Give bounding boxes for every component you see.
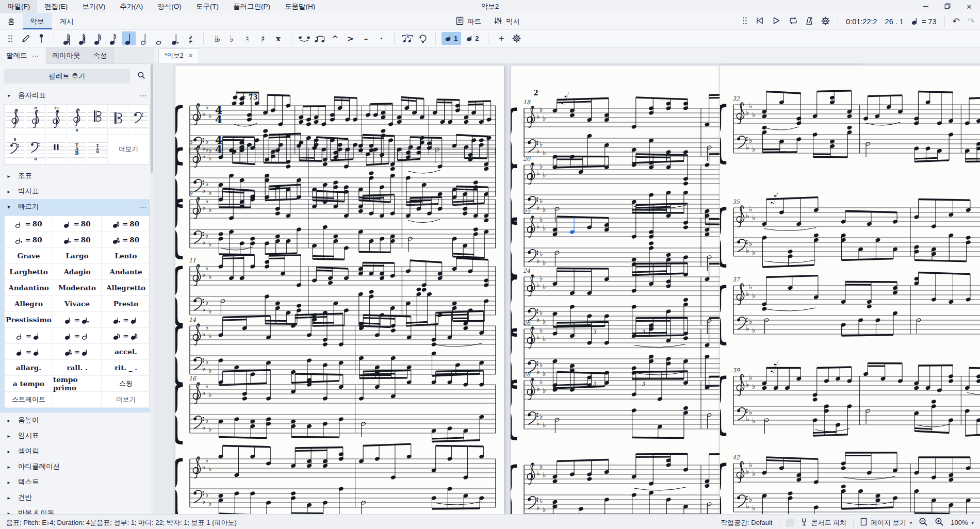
redo-button[interactable]: ↷ xyxy=(968,16,975,27)
tab-properties[interactable]: 속성 xyxy=(87,47,114,63)
tempo-item-Allegretto[interactable]: Allegretto xyxy=(102,280,150,296)
clef-item-treble[interactable] xyxy=(5,105,25,135)
double-flat-button[interactable]: ♭♭ xyxy=(209,31,223,45)
playback-tempo[interactable]: = 73 xyxy=(911,16,937,26)
duration-64th-button[interactable] xyxy=(60,31,74,45)
tempo-item-quarter-eq-80[interactable]: =80 xyxy=(53,216,102,232)
loop-playback-button[interactable] xyxy=(788,16,797,26)
clef-item-treble8down[interactable]: 8 xyxy=(67,105,87,135)
palette-section-articulations[interactable]: ▸ 아티큘레이션 xyxy=(0,459,154,474)
slur-button[interactable] xyxy=(313,31,326,45)
menu-add[interactable]: 추가(A) xyxy=(112,0,150,13)
duration-32nd-button[interactable] xyxy=(75,31,89,45)
minimize-button[interactable] xyxy=(915,0,937,13)
metronome-button[interactable] xyxy=(805,16,813,27)
duration-whole-button[interactable] xyxy=(153,31,167,45)
section-menu-icon[interactable]: ⋯ xyxy=(140,203,148,211)
tempo-item-스윙[interactable]: 스윙 xyxy=(102,376,150,392)
menu-edit[interactable]: 편집(E) xyxy=(37,0,75,13)
panel-menu-icon[interactable]: ⋯ xyxy=(32,52,40,60)
augmentation-dot-button[interactable] xyxy=(168,31,182,45)
scrollbar-thumb[interactable] xyxy=(151,64,153,173)
flat-button[interactable]: ♭ xyxy=(225,31,239,45)
tempo-item-eighth.-eq-quarter[interactable]: = xyxy=(53,344,102,360)
tie-button[interactable] xyxy=(297,31,311,45)
tempo-item-Grave[interactable]: Grave xyxy=(5,248,53,264)
clef-item-bass8down[interactable]: 8 xyxy=(25,135,46,164)
tempo-item-eighth-eq-80[interactable]: =80 xyxy=(102,216,150,232)
tempo-item-Largo[interactable]: Largo xyxy=(53,248,102,264)
double-sharp-button[interactable]: x xyxy=(271,31,285,45)
parts-button[interactable]: 파트 xyxy=(456,16,481,27)
palette-section-keyboard[interactable]: ▸ 건반 xyxy=(0,490,154,505)
duration-quarter-button[interactable] xyxy=(122,31,136,45)
clef-item-tab[interactable]: TAB xyxy=(67,135,87,164)
voice-2-button[interactable]: 2 xyxy=(463,32,482,45)
tempo-item-rit. _ .[interactable]: rit. _ . xyxy=(102,360,150,376)
tempo-item-Prestissimo[interactable]: Prestissimo xyxy=(5,312,53,328)
score-page-1[interactable]: {♭♭♭♭♭♭4444= 73{♭♭♭♭♭♭5{♭♭♭♭♭♭8{♭♭♭♭♭♭11… xyxy=(175,65,504,514)
midi-indicator[interactable] xyxy=(786,519,794,527)
tempo-item-quarter.-eq-quarter[interactable]: = xyxy=(102,312,150,328)
tempo-item-quarter-eq-quarter[interactable]: = xyxy=(5,344,53,360)
note-input-button[interactable] xyxy=(19,31,32,45)
rewind-button[interactable] xyxy=(755,16,764,26)
palette-section-key-signatures[interactable]: ▸ 조표 xyxy=(0,168,154,184)
tempo-item-Andante[interactable]: Andante xyxy=(102,264,150,280)
palette-section-clefs[interactable]: ▾ 음자리표 ⋯ xyxy=(0,88,154,103)
sharp-button[interactable]: ♯ xyxy=(256,31,270,45)
clef-item-perc[interactable] xyxy=(46,135,67,164)
zoom-level-select[interactable]: 100% ▾ xyxy=(951,519,974,526)
tab-home[interactable]: 홈 xyxy=(0,13,23,29)
tempo-item-Lento[interactable]: Lento xyxy=(102,248,150,264)
clef-item-tenor[interactable] xyxy=(108,105,128,135)
tempo-item-a tempo[interactable]: a tempo xyxy=(5,376,53,392)
tempo-item-half.-eq-80[interactable]: =80 xyxy=(5,232,53,248)
accent-button[interactable]: > xyxy=(344,31,357,45)
tempo-item-empty[interactable] xyxy=(53,392,102,408)
restore-button[interactable] xyxy=(937,0,958,13)
close-button[interactable]: ✕ xyxy=(958,0,980,13)
tempo-item-eighth.-eq-80[interactable]: =80 xyxy=(102,232,150,248)
natural-button[interactable]: ♮ xyxy=(240,31,254,45)
section-menu-icon[interactable]: ⋯ xyxy=(140,91,148,100)
add-palette-button[interactable]: 팔레트 추가 xyxy=(4,69,130,84)
mixer-button[interactable]: 믹서 xyxy=(494,16,520,27)
score-page-3[interactable]: {♭♭♭♭♭♭32{♭♭♭♭♭♭35{♭♭♭♭♭♭37{♭♭♭♭♭♭39{♭♭♭… xyxy=(720,65,980,514)
palette-section-text[interactable]: ▸ 텍스트 xyxy=(0,474,154,490)
tempo-item-allarg.[interactable]: allarg. xyxy=(5,360,53,376)
duration-half-button[interactable] xyxy=(137,31,151,45)
drag-handle-icon[interactable] xyxy=(3,31,17,45)
palette-section-repeats-jumps[interactable]: ▸ 반복 & 이동 xyxy=(0,505,154,514)
menu-plugins[interactable]: 플러그인(P) xyxy=(226,0,277,13)
tempo-item-Larghetto[interactable]: Larghetto xyxy=(5,264,53,280)
tempo-item-Adagio[interactable]: Adagio xyxy=(53,264,102,280)
clefs-more-button[interactable]: 더보기 xyxy=(108,135,149,164)
tempo-item-스트레이트[interactable]: 스트레이트 xyxy=(5,392,53,408)
tuplet-button[interactable]: 3 xyxy=(400,31,414,45)
score-canvas[interactable]: {♭♭♭♭♭♭4444= 73{♭♭♭♭♭♭5{♭♭♭♭♭♭8{♭♭♭♭♭♭11… xyxy=(154,63,980,514)
tab-palettes[interactable]: 팔레트 ⋯ xyxy=(0,47,46,64)
tempo-item-half-eq-80[interactable]: =80 xyxy=(5,216,53,232)
tempo-item-eighth-eq-eighth[interactable]: = xyxy=(102,328,150,344)
palette-section-dynamics[interactable]: ▸ 셈여림 xyxy=(0,443,154,459)
tempo-item-Presto[interactable]: Presto xyxy=(102,296,150,312)
customize-toolbar-button[interactable] xyxy=(510,31,524,45)
tempo-item-Andantino[interactable]: Andantino xyxy=(5,280,53,296)
staccato-button[interactable]: · xyxy=(374,31,388,45)
workspace-button[interactable]: 작업공간: Default xyxy=(721,518,772,527)
palette-section-tempo[interactable]: ▾ 빠르기 ⋯ xyxy=(0,199,154,214)
tab-publish[interactable]: 게시 xyxy=(52,13,81,29)
sidebar-scrollbar[interactable] xyxy=(150,63,154,514)
playback-settings-button[interactable] xyxy=(821,16,830,27)
search-palettes-button[interactable] xyxy=(133,69,150,84)
clef-item-treble8up[interactable]: 8 xyxy=(25,105,46,135)
drag-handle-icon[interactable] xyxy=(742,16,747,26)
clef-item-bass[interactable] xyxy=(128,105,149,135)
view-mode-select[interactable]: 페이지 보기 ▾ xyxy=(860,518,912,527)
flip-direction-button[interactable] xyxy=(416,31,430,45)
menu-help[interactable]: 도움말(H) xyxy=(277,0,322,13)
undo-button[interactable]: ↶ xyxy=(953,16,960,27)
tempo-item-quarter-eq-quarter.[interactable]: = xyxy=(53,312,102,328)
tempo-item-tempo primo[interactable]: tempo primo xyxy=(53,376,102,392)
